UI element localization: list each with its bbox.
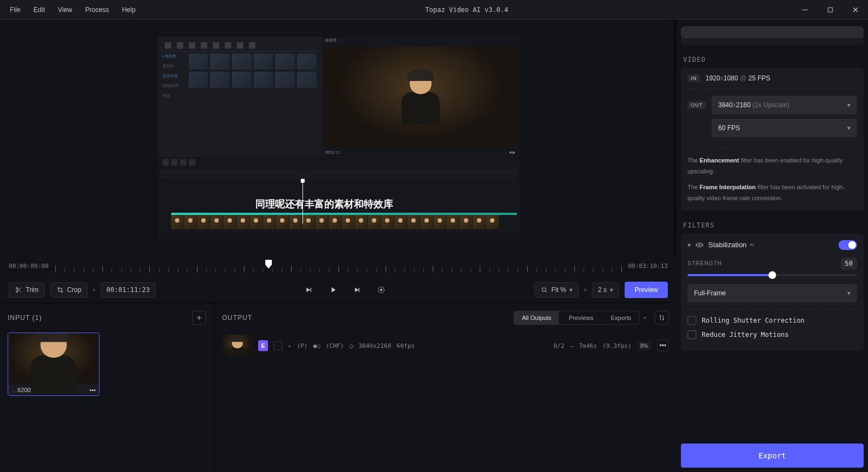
in-badge: IN (688, 74, 700, 82)
svg-point-16 (699, 244, 701, 246)
timecode-field[interactable]: 00:01:11:23 (101, 282, 156, 298)
stabilization-toggle[interactable] (838, 240, 857, 250)
out-fps-select[interactable]: 60 FPS ▾ (712, 119, 857, 137)
add-input-button[interactable] (192, 311, 206, 325)
duration-select[interactable]: 2 s ▾ (592, 282, 619, 298)
scrubber-bar: 00:00:00:00 00:03:10:13 (0, 255, 677, 276)
editor-video-header: 媒体库 (322, 37, 519, 44)
menu-process[interactable]: Process (80, 3, 114, 17)
video-section-title: VIDEO (683, 56, 864, 63)
zoom-icon (540, 286, 548, 294)
collapse-toggle[interactable]: ▾ (688, 241, 691, 249)
loop-button[interactable] (374, 282, 389, 298)
svg-rect-1 (828, 8, 832, 12)
out-badge: OUT (688, 101, 706, 109)
app-title: Topaz Video AI v3.0.4 (141, 6, 793, 14)
toolbar: Trim Crop 00:01:11:23 Fit % ▾ (0, 276, 677, 302)
output-panel: OUTPUT All Outputs Previews Exports E (214, 303, 677, 472)
crop-icon (56, 286, 64, 294)
scissors-icon (15, 286, 22, 294)
svg-point-10 (381, 289, 382, 290)
out-progress: 0/2 (554, 342, 564, 349)
chevron-down-icon: ▾ (610, 286, 613, 294)
out-resolution: 3840x2160 (359, 342, 392, 349)
strength-label: STRENGTH (688, 260, 722, 266)
rolling-shutter-checkbox[interactable]: Rolling Shutter Correction (688, 316, 857, 325)
step-forward-button[interactable] (349, 282, 365, 298)
menu-view[interactable]: View (53, 3, 78, 17)
svg-point-4 (16, 287, 18, 289)
svg-line-7 (19, 290, 21, 292)
stabilize-icon (273, 341, 282, 350)
strength-slider[interactable] (688, 274, 857, 276)
svg-point-5 (16, 290, 18, 292)
menu-edit[interactable]: Edit (28, 3, 50, 17)
output-row[interactable]: E ✦ (P) ●○ (CHF) ○ 3840x2160 60fps 0/2 —… (222, 333, 669, 359)
stabilization-panel: ▾ StabilizationAI STRENGTH 50 Full-Frame… (681, 234, 864, 351)
export-button[interactable]: Export (681, 444, 864, 468)
chevron-down-icon: ▾ (569, 286, 573, 294)
chevron-down-icon: ▾ (847, 124, 850, 132)
input-title: INPUT (1) (8, 314, 42, 322)
output-more-button[interactable]: ••• (657, 340, 669, 352)
stabilization-mode-select[interactable]: Full-Frame ▾ (688, 284, 857, 302)
close-button[interactable] (843, 0, 868, 20)
zoom-select[interactable]: Fit % ▾ (534, 282, 579, 298)
preview-button[interactable]: Preview (625, 282, 668, 298)
main-menu: File Edit View Process Help (0, 3, 141, 17)
maximize-button[interactable] (818, 0, 843, 20)
crop-button[interactable]: Crop (50, 282, 88, 298)
titlebar: File Edit View Process Help Topaz Video … (0, 0, 868, 20)
info-enhancement: The Enhancement filter has been enabled … (688, 155, 857, 177)
tab-all-outputs[interactable]: All Outputs (514, 311, 559, 324)
output-thumbnail (222, 335, 253, 357)
out-resolution-select[interactable]: 3840x2160 (2x Upscale) ▾ (712, 96, 857, 114)
svg-line-8 (18, 289, 19, 290)
chevron-down-icon: ▾ (847, 289, 850, 297)
info-frame-interp: The Frame Interpolation filter has been … (688, 182, 857, 203)
input-card-more[interactable]: ••• (89, 387, 96, 393)
chip-proc: (P) (297, 342, 308, 349)
output-title: OUTPUT (222, 314, 252, 322)
input-panel: INPUT (1) …6200419027416.mp4 ••• (0, 303, 214, 472)
tab-previews[interactable]: Previews (561, 311, 601, 324)
filters-section-title: FILTERS (683, 222, 864, 229)
settings-panel: VIDEO IN 1920x1080 @ 25 FPS OUT 3840x216… (677, 20, 868, 472)
window-controls (793, 0, 868, 20)
caption-overlay: 同理呢还有丰富的素材和特效库 (255, 197, 393, 211)
out-fps: 60fps (397, 342, 415, 349)
reduce-jitter-checkbox[interactable]: Reduce Jittery Motions (688, 330, 857, 339)
out-time: 7m46s (579, 342, 597, 349)
minimize-button[interactable] (793, 0, 818, 20)
out-speed: (9.3fps) (603, 342, 632, 349)
strength-value[interactable]: 50 (841, 258, 857, 270)
playhead-marker[interactable] (265, 259, 272, 269)
out-scale: 8% (637, 341, 651, 351)
timeline-ruler[interactable] (55, 259, 621, 272)
svg-point-11 (542, 288, 546, 292)
time-end: 00:03:10:13 (628, 263, 668, 270)
tab-exports[interactable]: Exports (603, 311, 639, 324)
input-card[interactable]: …6200419027416.mp4 ••• (8, 333, 100, 396)
stabilize-icon (695, 241, 704, 249)
output-tabs: All Outputs Previews Exports (514, 311, 639, 325)
step-back-button[interactable] (301, 282, 317, 298)
chip-model: (CHF) (326, 342, 344, 349)
menu-help[interactable]: Help (116, 3, 141, 17)
chevron-down-icon: ▾ (847, 101, 850, 109)
trim-button[interactable]: Trim (9, 282, 45, 298)
svg-rect-15 (697, 243, 702, 247)
video-preview[interactable]: • 有风尚 暮秋时 运营分屏 取他/全局 电复 (158, 37, 519, 239)
time-start: 00:00:00:00 (9, 263, 49, 270)
svg-line-12 (545, 291, 546, 292)
preview-area: • 有风尚 暮秋时 运营分屏 取他/全局 电复 (0, 20, 677, 255)
play-button[interactable] (325, 282, 341, 298)
sort-button[interactable] (655, 311, 669, 325)
export-badge: E (258, 340, 268, 351)
menu-file[interactable]: File (4, 3, 26, 17)
